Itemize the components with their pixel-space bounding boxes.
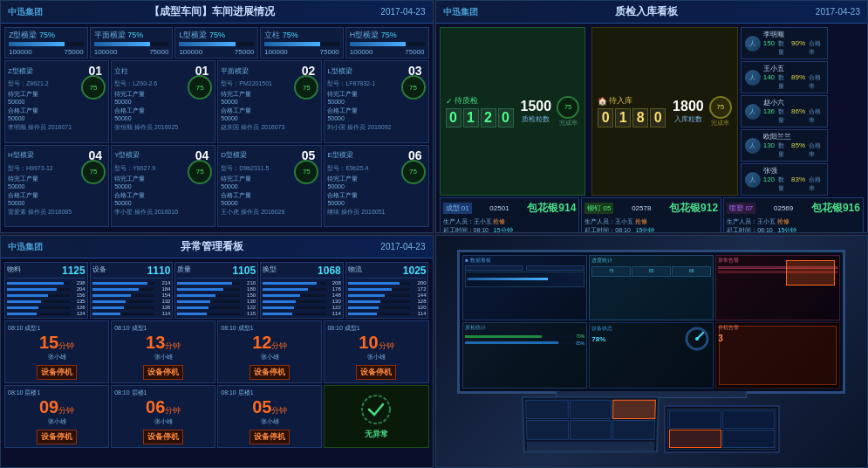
laptop-area <box>457 396 845 453</box>
ok-label: 无异常 <box>365 429 388 440</box>
pending-count-num: 1800 <box>673 99 704 114</box>
progress-z: Z型横梁 75% 10000075000 <box>4 27 88 58</box>
panel2-title: 质检入库看板 <box>478 4 816 19</box>
avatar-2: 人 <box>745 70 761 86</box>
quality-pct-label: 完成率 <box>559 119 578 127</box>
alarm-unit-1: 分钟 <box>58 341 74 352</box>
anomaly-equipment: 设备 1110 214 184 154 132 126 114 <box>90 262 174 319</box>
pending-digit-3: 0 <box>650 108 666 127</box>
laptop-screen <box>522 396 660 452</box>
quality-check-label: ✓ 待质检 <box>446 95 514 107</box>
alarm-label-5: 设备停机 <box>37 430 77 444</box>
person-row-3: 人 赵小六 136 数量 86% 合格率 <box>741 95 828 127</box>
person-name-4: 欧阳兰兰 <box>763 132 824 141</box>
panel3-logo: 中迅集团 <box>8 241 43 253</box>
quality-count-num: 1500 <box>521 99 552 114</box>
person-name-5: 张强 <box>763 166 824 176</box>
alarm-label-1: 设备停机 <box>37 365 77 380</box>
pending-store-label: 🏠 待入库 <box>598 95 666 107</box>
panel-photo: ■ 数据看板 进度统计 75 <box>435 235 869 468</box>
anomaly-changeover-num: 1068 <box>318 265 341 277</box>
alarm-label-7: 设备停机 <box>249 430 290 444</box>
pending-digit-1: 1 <box>615 108 631 127</box>
alarm-time-6: 06 <box>146 397 165 417</box>
cards-row1: Z型横梁 01 型号：Z8621.2 75 待完工产量50000 合格工产量50… <box>4 60 429 143</box>
alarm-unit-7: 分钟 <box>271 405 287 416</box>
panel1-logo: 中迅集团 <box>8 6 43 18</box>
panel3-header: 中迅集团 异常管理看板 2017-04-23 <box>1 236 433 258</box>
alarm-time-2: 13 <box>146 333 165 353</box>
pending-digit-2: 8 <box>632 108 648 127</box>
pending-store-digits: 0 1 8 0 <box>598 108 666 127</box>
sub-screen-3: 异常告警 <box>715 255 840 320</box>
anomaly-changeover-label: 换型 <box>263 265 277 277</box>
alarm-time-4: 10 <box>359 333 378 353</box>
panel-production: 中迅集团 【成型车间】车间进展情况 2017-04-23 Z型横梁 75% 10… <box>0 0 434 233</box>
person-count-5: 120 <box>763 176 775 193</box>
anomaly-logistics: 物流 1025 200 172 144 128 120 114 <box>345 262 429 319</box>
panel2-content: ✓ 待质检 0 1 2 0 1500 质检粒数 75 完成率 <box>436 24 868 231</box>
svg-point-0 <box>362 396 390 423</box>
progress-flat: 平面横梁 75% 10000075000 <box>90 27 174 58</box>
progress-h-label: H型横梁 75% <box>350 30 425 41</box>
alarm-card-05: 08:10 层楼1 05 分钟 张小雄 设备停机 <box>217 385 322 448</box>
person-pct-text-1: 合格率 <box>809 39 824 57</box>
large-screen-simulation: ■ 数据看板 进度统计 75 <box>457 250 845 453</box>
person-pct-label-1: 数量 <box>778 39 788 57</box>
card-y-beam: Y型横梁 04 型号：Y8627.9 75 待完工产量50000 合格工产量50… <box>111 145 215 228</box>
panel1-content: Z型横梁 75% 10000075000 平面横梁 75% 1000007500… <box>1 24 433 231</box>
panel2-date: 2017-04-23 <box>816 7 860 17</box>
cards-row2: H型横梁 04 型号：H9973-12 75 待完工产量50000 合格工产量5… <box>4 145 429 228</box>
digit-0: 0 <box>446 108 461 127</box>
anomaly-equipment-label: 设备 <box>92 265 106 277</box>
tablet-screen <box>664 405 781 453</box>
avatar-4: 人 <box>745 138 761 154</box>
card-h-beam: H型横梁 04 型号：H9973-12 75 待完工产量50000 合格工产量5… <box>4 145 109 228</box>
alarm-card-10: 08:10 成型1 10 分钟 张小雄 设备停机 <box>324 320 428 383</box>
progress-pillar-label: 立柱 75% <box>264 30 339 41</box>
alarm-time-3: 12 <box>252 333 271 353</box>
person-pct-4: 85% <box>791 141 805 159</box>
alarm-card-15: 08:10 成型1 15 分钟 张小雄 设备停机 <box>4 320 109 383</box>
alarm-time-7: 05 <box>252 397 271 417</box>
person-name-3: 赵小六 <box>763 98 824 107</box>
person-count-1: 150 <box>763 39 775 57</box>
progress-pillar: 立柱 75% 10000075000 <box>260 27 344 58</box>
panel2-logo: 中迅集团 <box>443 6 478 18</box>
progress-l-label: L型横梁 75% <box>179 30 254 41</box>
person-row-1: 人 李明顺 150 数量 90% 合格率 <box>741 27 828 59</box>
panel1-date: 2017-04-23 <box>380 7 425 17</box>
person-row-2: 人 王小五 140 数量 89% 合格率 <box>741 61 828 93</box>
panel2-header: 中迅集团 质检入库看板 2017-04-23 <box>436 1 868 24</box>
avatar-1: 人 <box>745 36 761 52</box>
quality-count-col: 1500 质检粒数 <box>521 99 552 124</box>
alarm-unit-3: 分钟 <box>271 341 287 352</box>
panel3-content: 物料 1125 238 204 156 135 126 124 设备 1110 <box>1 258 433 465</box>
person-row-4: 人 欧阳兰兰 130 数量 85% 合格率 <box>741 129 828 162</box>
progress-l: L型横梁 75% 10000075000 <box>174 27 258 58</box>
card-pillar: 立柱 01 型号：LZ60-2.6 75 待完工产量50000 合格工产量500… <box>111 60 215 143</box>
sub-screen-2: 进度统计 75 82 68 <box>589 255 714 320</box>
quality-pct-circle: 75 <box>557 96 579 119</box>
alarm-ok-card: 无异常 <box>324 385 428 448</box>
alarm-time-5: 09 <box>39 397 58 417</box>
progress-h: H型横梁 75% 10000075000 <box>345 27 429 58</box>
quality-check-digits: 0 1 2 0 <box>446 108 514 127</box>
alarm-card-09: 08:10 层楼1 09 分钟 张小雄 设备停机 <box>4 385 109 448</box>
panel1-title: 【成型车间】车间进展情况 <box>43 4 380 19</box>
person-count-4: 130 <box>763 141 775 159</box>
panel-anomaly: 中迅集团 异常管理看板 2017-04-23 物料 1125 238 204 1… <box>0 235 434 468</box>
quality-count-sub: 质检粒数 <box>522 114 550 124</box>
alarm-label-6: 设备停机 <box>143 430 183 444</box>
card-z-beam: Z型横梁 01 型号：Z8621.2 75 待完工产量50000 合格工产量50… <box>4 60 109 143</box>
alarm-cards-row2: 08:10 层楼1 09 分钟 张小雄 设备停机 08:10 层楼1 06 分钟… <box>4 385 429 448</box>
person-pct-1: 90% <box>791 39 805 57</box>
anomaly-stats: 物料 1125 238 204 156 135 126 124 设备 1110 <box>4 262 429 319</box>
pending-pct-circle: 75 <box>709 96 732 119</box>
person-count-3: 136 <box>763 107 775 125</box>
anomaly-logistics-label: 物流 <box>348 265 362 277</box>
sub-screen-4: 质检统计 70% 85% <box>462 322 587 388</box>
alarm-label-4: 设备停机 <box>356 365 396 380</box>
anomaly-logistics-num: 1025 <box>403 265 427 277</box>
work-card-3: 喷塑 07 02569 包花银916 生产人员：王小五 抢修起工时间：08:10… <box>723 197 864 233</box>
